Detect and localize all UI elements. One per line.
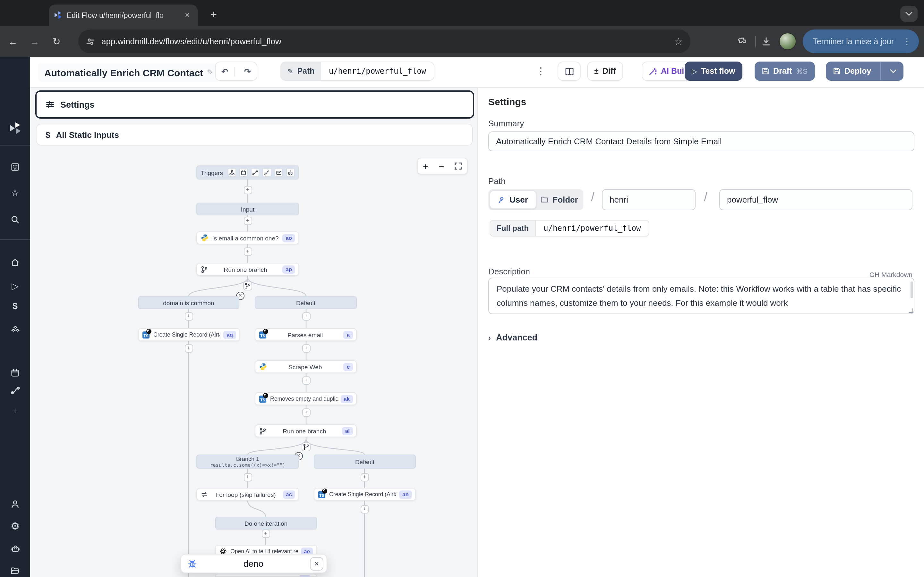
add-step-button[interactable]: + [244, 185, 252, 194]
textarea-resize-handle[interactable] [909, 308, 913, 313]
forward-button[interactable]: → [26, 32, 44, 50]
flow-editor-header: Automatically Enrich CRM Contact ✎ ↶ ↷ ✎… [30, 57, 924, 88]
add-step-button[interactable]: + [302, 408, 310, 416]
add-branch-button[interactable] [243, 282, 252, 290]
deploy-button[interactable]: Deploy [826, 61, 903, 81]
add-step-button[interactable]: + [244, 216, 252, 225]
description-label: Description [488, 267, 530, 276]
sidebar-item-add[interactable]: + [0, 403, 30, 418]
add-step-button[interactable]: + [360, 473, 368, 481]
deploy-dropdown-chevron[interactable] [886, 69, 900, 73]
browser-update-button[interactable]: Terminer la mise à jour ⋮ [803, 29, 919, 53]
sidebar-item-workspace[interactable] [0, 159, 30, 174]
diff-button[interactable]: ± Diff [587, 61, 623, 81]
add-branch-button[interactable] [302, 442, 310, 451]
deno-popup[interactable]: deno ✕ [180, 554, 327, 573]
undo-button[interactable]: ↶ [216, 66, 234, 76]
draft-button[interactable]: Draft ⌘S [754, 61, 814, 81]
summary-input[interactable] [488, 131, 914, 151]
flow-node-removes-empty[interactable]: TS Removes empty and duplicates ak [255, 392, 357, 405]
browser-tab[interactable]: Edit Flow u/henri/powerful_flo ✕ [49, 5, 198, 26]
webhook-trigger-icon[interactable] [228, 168, 236, 177]
flow-node-create-record-1[interactable]: TS Create Single Record (Airtable) aq [138, 328, 240, 341]
url-bar[interactable]: app.windmill.dev/flows/edit/u/henri/powe… [78, 29, 690, 53]
wand-icon [649, 67, 657, 75]
sidebar-item-favorites[interactable]: ☆ [0, 185, 30, 201]
step-id-badge: c [344, 363, 353, 371]
header-path-chip[interactable]: ✎Path u/henri/powerful_flow [280, 61, 435, 81]
add-step-button[interactable]: + [302, 344, 310, 352]
python-icon [258, 363, 267, 371]
add-step-button[interactable]: + [244, 247, 252, 255]
markdown-hint: GH Markdown [869, 271, 913, 278]
sidebar-item-folders[interactable] [0, 563, 30, 577]
sidebar-item-schedules[interactable] [0, 365, 30, 380]
add-step-button[interactable]: + [184, 312, 193, 320]
bookmark-star-icon[interactable]: ☆ [674, 35, 683, 47]
description-textarea[interactable]: Populate your CRM contacts' details from… [488, 277, 914, 314]
flow-node-for-loop[interactable]: For loop (skip failures) ac [196, 488, 299, 501]
redo-button[interactable]: ↷ [238, 66, 257, 76]
flow-name-input[interactable] [719, 189, 913, 210]
flow-node-run-one-branch-1[interactable]: Run one branch ap [196, 263, 299, 276]
flow-node-partial[interactable] [215, 574, 317, 577]
windmill-logo[interactable] [0, 121, 30, 136]
browser-toolbar: ← → ↻ app.windmill.dev/flows/edit/u/henr… [0, 26, 924, 57]
flow-node-triggers[interactable]: Triggers [196, 165, 299, 179]
description-scrollbar[interactable] [911, 282, 913, 298]
profile-avatar[interactable] [779, 33, 796, 50]
add-step-button[interactable]: + [302, 376, 310, 384]
route-trigger-icon[interactable] [251, 168, 260, 177]
folder-toggle[interactable]: Folder [536, 190, 582, 209]
sidebar-item-workers[interactable] [0, 541, 30, 556]
sidebar-item-flows[interactable] [0, 383, 30, 398]
add-step-button[interactable]: + [262, 529, 270, 538]
schedule-trigger-icon[interactable] [239, 168, 248, 177]
downloads-icon[interactable] [761, 36, 771, 47]
flow-branch-default-1[interactable]: Default [255, 296, 357, 309]
sidebar-item-variables[interactable]: $ [0, 298, 30, 314]
tab-search-button[interactable] [900, 6, 918, 22]
owner-input[interactable] [602, 189, 696, 210]
sidebar-divider [0, 239, 30, 240]
flow-node-input[interactable]: Input [196, 203, 299, 215]
tab-close-icon[interactable]: ✕ [182, 10, 192, 20]
flow-node-scrape-web[interactable]: Scrape Web c [255, 360, 357, 373]
sidebar-item-settings[interactable]: ⚙ [0, 518, 30, 533]
add-step-button[interactable]: + [184, 344, 193, 352]
browser-menu-kebab-icon[interactable]: ⋮ [899, 37, 915, 46]
advanced-section-toggle[interactable]: › Advanced [488, 333, 537, 342]
typescript-deno-icon: TS [258, 330, 267, 339]
poll-trigger-icon[interactable] [286, 168, 295, 177]
add-step-button[interactable]: + [302, 312, 310, 320]
flow-node-create-record-2[interactable]: TS Create Single Record (Airtable) an [314, 488, 416, 501]
reload-button[interactable]: ↻ [47, 32, 65, 50]
add-step-button[interactable]: + [360, 505, 368, 513]
flow-node-run-one-branch-2[interactable]: Run one branch al [255, 424, 357, 437]
test-flow-button[interactable]: ▷ Test flow [685, 61, 742, 81]
docs-book-button[interactable] [557, 61, 581, 81]
site-controls-icon[interactable] [86, 37, 95, 46]
sidebar-item-home[interactable] [0, 255, 30, 270]
flow-branch-domain-is-common[interactable]: domain is common [138, 296, 239, 309]
user-toggle[interactable]: User [489, 190, 536, 209]
flow-node-parses-email[interactable]: TS Parses email a [255, 328, 357, 341]
extensions-icon[interactable] [737, 36, 747, 47]
flow-branch-default-2[interactable]: Default [314, 455, 416, 469]
flow-node-do-one-iteration[interactable]: Do one iteration [215, 517, 317, 530]
more-options-kebab[interactable]: ⋮ [535, 61, 548, 81]
sidebar-item-user[interactable] [0, 496, 30, 512]
sidebar-item-search[interactable] [0, 211, 30, 227]
flow-node-is-email[interactable]: Is email a common one? ao [196, 231, 299, 244]
new-tab-button[interactable]: + [205, 6, 222, 23]
diff-icon: ± [594, 67, 599, 76]
email-trigger-icon[interactable] [274, 168, 283, 177]
back-button[interactable]: ← [4, 32, 22, 50]
sidebar-item-resources[interactable] [0, 322, 30, 338]
websocket-trigger-icon[interactable] [263, 168, 271, 177]
flow-title[interactable]: Automatically Enrich CRM Contact ✎ [38, 63, 220, 82]
sidebar-item-runs[interactable]: ▷ [0, 278, 30, 293]
add-step-button[interactable]: + [244, 473, 252, 481]
flow-branch-1[interactable]: Branch 1 results.c.some((x)=>x!="") [196, 455, 299, 469]
popup-close-button[interactable]: ✕ [310, 557, 323, 570]
